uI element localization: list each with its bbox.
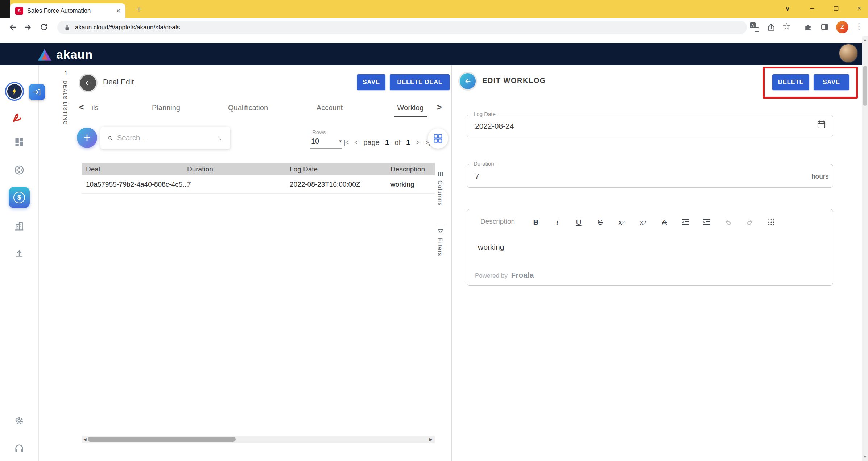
address-bar[interactable]: akaun.cloud/#/applets/akaun/sfa/deals (57, 21, 747, 34)
tab-qualification[interactable]: Qualification (228, 104, 268, 112)
next-page-icon[interactable]: > (416, 138, 419, 146)
scroll-right-icon[interactable]: ▶ (429, 437, 432, 442)
dashboard-icon[interactable] (13, 136, 26, 149)
deals-listing-tab[interactable]: DEALS LISTING (62, 80, 68, 125)
cell-deal: 10a57955-79b2-4a40-808c-4c5... (86, 175, 188, 194)
of-word: of (394, 138, 401, 147)
froala-footer: Powered by Froala (475, 271, 534, 279)
browser-window: A Sales Force Automation × + ∨ – □ × aka… (0, 0, 868, 461)
bookmark-star-icon[interactable]: ☆ (782, 21, 790, 32)
log-date-field[interactable] (467, 115, 833, 137)
pagination: |< < page 1 of 1 > >| (344, 138, 430, 147)
rows-label: Rows (312, 129, 326, 135)
columns-icon[interactable] (437, 171, 444, 178)
user-avatar[interactable] (839, 43, 858, 63)
subscript-button[interactable]: x2 (618, 216, 625, 228)
tab-worklog[interactable]: Worklog (397, 104, 424, 112)
more-options-grid-icon[interactable] (767, 216, 775, 228)
filters-icon[interactable] (437, 228, 444, 235)
worklog-delete-button[interactable]: DELETE (772, 74, 809, 90)
redo-button[interactable] (745, 216, 754, 228)
browser-tab-strip: A Sales Force Automation × + ∨ – □ × (0, 0, 868, 18)
col-duration: Duration (187, 163, 213, 175)
bold-button[interactable]: B (533, 216, 538, 228)
duration-field[interactable] (467, 164, 833, 188)
refresh-icon[interactable] (39, 22, 49, 32)
table-row[interactable]: 10a57955-79b2-4a40-808c-4c5... 7 2022-08… (82, 175, 435, 194)
back-button[interactable] (79, 74, 98, 92)
acrobat-reader-icon[interactable] (11, 111, 24, 124)
underline-button[interactable]: U (576, 216, 581, 228)
filter-lines-icon[interactable] (218, 134, 223, 142)
share-icon[interactable] (766, 22, 776, 32)
tabs-scroll-left-icon[interactable]: < (79, 103, 84, 112)
logo-text: akaun (56, 47, 93, 62)
worklog-save-button[interactable]: SAVE (814, 74, 849, 90)
browser-profile-avatar[interactable]: Z (836, 21, 848, 33)
akaun-triangle-icon (38, 49, 51, 61)
rows-per-page-select[interactable]: 10 ▾ (310, 137, 342, 149)
modules-chip-icon[interactable] (13, 163, 26, 176)
back-icon[interactable] (8, 22, 17, 32)
tab-planning[interactable]: Planning (152, 104, 180, 112)
deals-money-icon[interactable]: $ (9, 187, 30, 208)
close-button[interactable]: × (851, 4, 867, 12)
log-date-value[interactable]: 2022-08-24 (475, 122, 514, 130)
italic-button[interactable]: i (556, 216, 558, 228)
indent-button[interactable] (702, 216, 711, 228)
scroll-left-icon[interactable]: ◀ (83, 437, 86, 442)
tab-account[interactable]: Account (317, 104, 343, 112)
clear-format-button[interactable]: A (662, 216, 667, 228)
scroll-up-icon[interactable]: ▲ (862, 38, 868, 41)
grid-view-button[interactable] (428, 128, 448, 149)
col-description: Description (390, 163, 425, 175)
search-input[interactable] (117, 134, 213, 142)
outdent-button[interactable] (681, 216, 690, 228)
search-icon (108, 134, 113, 142)
support-headset-icon[interactable] (13, 442, 26, 455)
delete-deal-button[interactable]: DELETE DEAL (390, 74, 450, 90)
translate-icon[interactable]: A (750, 22, 759, 32)
undo-button[interactable] (724, 216, 732, 228)
vertical-scroll-thumb[interactable] (863, 66, 867, 106)
strikethrough-button[interactable]: S (598, 216, 603, 228)
minimize-button[interactable]: – (804, 4, 820, 12)
tab-search-chevron-icon[interactable]: ∨ (780, 4, 795, 13)
settings-gear-icon[interactable] (13, 414, 26, 427)
duration-unit: hours (811, 173, 829, 180)
save-button[interactable]: SAVE (357, 74, 385, 90)
browser-tab[interactable]: A Sales Force Automation × (10, 3, 125, 18)
calendar-icon[interactable] (817, 120, 826, 129)
first-page-icon[interactable]: |< (344, 138, 349, 146)
tab-close-icon[interactable]: × (116, 7, 120, 15)
organization-building-icon[interactable] (13, 219, 26, 232)
new-tab-button[interactable]: + (133, 3, 145, 15)
extensions-puzzle-icon[interactable] (803, 22, 813, 32)
add-worklog-button[interactable]: + (77, 128, 97, 148)
browser-menu-dots-icon[interactable]: ⋮ (855, 22, 863, 31)
scroll-down-icon[interactable]: ▼ (862, 455, 868, 459)
page-title: Deal Edit (103, 78, 134, 86)
description-content[interactable]: working (478, 243, 504, 252)
worklog-back-button[interactable] (458, 72, 477, 91)
powered-by-text: Powered by (475, 272, 508, 279)
applet-flash-icon[interactable] (5, 82, 24, 101)
login-arrow-icon[interactable] (29, 84, 45, 100)
side-panel-icon[interactable] (820, 22, 829, 32)
tabs-scroll-right-icon[interactable]: > (437, 103, 442, 112)
upload-icon[interactable] (13, 247, 26, 260)
maximize-button[interactable]: □ (828, 4, 844, 12)
cell-description: working (390, 175, 414, 194)
cell-log-date: 2022-08-23T16:00:00Z (290, 175, 360, 194)
horizontal-scroll-thumb[interactable] (88, 437, 236, 442)
columns-toggle[interactable]: Columns (437, 180, 443, 206)
superscript-button[interactable]: x2 (640, 216, 646, 228)
akaun-logo[interactable]: akaun (38, 47, 93, 62)
duration-value[interactable]: 7 (475, 172, 479, 180)
lock-icon (64, 24, 70, 31)
tab-details[interactable]: ils (92, 104, 99, 112)
rows-value: 10 (311, 137, 319, 145)
forward-icon[interactable] (23, 22, 33, 32)
prev-page-icon[interactable]: < (354, 138, 358, 146)
filters-toggle[interactable]: Filters (437, 238, 443, 256)
